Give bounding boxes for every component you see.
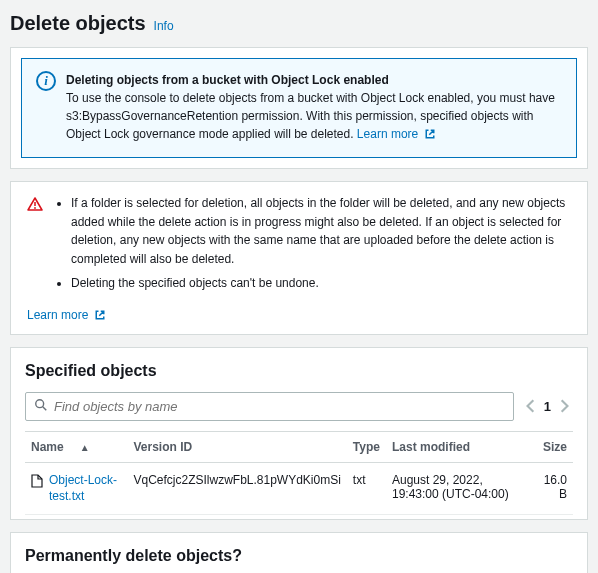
confirm-panel: Permanently delete objects? To confirm d… — [10, 532, 588, 573]
warning-icon — [27, 196, 43, 212]
search-input[interactable] — [48, 397, 505, 416]
info-box-body: To use the console to delete objects fro… — [66, 91, 555, 141]
objects-table: Name▲ Version ID Type Last modified Size… — [25, 431, 573, 515]
pagination: 1 — [522, 399, 573, 414]
sort-asc-icon: ▲ — [80, 442, 90, 453]
cell-version: VqCefcjc2ZSIlwzwFbL.81pWYdKi0mSi — [127, 462, 346, 514]
object-name-link[interactable]: Object-Lock-test.txt — [49, 473, 121, 504]
info-link[interactable]: Info — [154, 19, 174, 33]
col-name[interactable]: Name▲ — [25, 431, 127, 462]
cell-modified: August 29, 2022, 19:43:00 (UTC-04:00) — [386, 462, 531, 514]
search-input-container[interactable] — [25, 392, 514, 421]
search-icon — [34, 398, 48, 415]
col-modified[interactable]: Last modified — [386, 431, 531, 462]
object-lock-info-panel: i Deleting objects from a bucket with Ob… — [10, 47, 588, 169]
next-page-button[interactable] — [559, 399, 569, 413]
col-size[interactable]: Size — [531, 431, 573, 462]
page-title: Delete objects — [10, 12, 146, 35]
warning-item: If a folder is selected for deletion, al… — [71, 194, 571, 268]
svg-line-2 — [43, 407, 47, 411]
warning-panel: If a folder is selected for deletion, al… — [10, 181, 588, 335]
warning-item: Deleting the specified objects can't be … — [71, 274, 571, 293]
info-icon: i — [36, 71, 56, 91]
cell-type: txt — [347, 462, 386, 514]
external-link-icon — [424, 127, 436, 145]
svg-point-0 — [34, 207, 36, 209]
info-box-title: Deleting objects from a bucket with Obje… — [66, 73, 389, 87]
specified-objects-panel: Specified objects 1 Name▲ Version ID Typ… — [10, 347, 588, 520]
table-row: Object-Lock-test.txt VqCefcjc2ZSIlwzwFbL… — [25, 462, 573, 514]
learn-more-link[interactable]: Learn more — [357, 127, 436, 141]
svg-point-1 — [36, 400, 44, 408]
file-icon — [31, 474, 43, 491]
col-type[interactable]: Type — [347, 431, 386, 462]
external-link-icon — [94, 309, 106, 324]
col-version[interactable]: Version ID — [127, 431, 346, 462]
specified-objects-title: Specified objects — [25, 362, 573, 380]
confirm-title: Permanently delete objects? — [25, 547, 573, 565]
learn-more-link[interactable]: Learn more — [27, 308, 106, 322]
page-number: 1 — [544, 399, 551, 414]
cell-size: 16.0 B — [531, 462, 573, 514]
prev-page-button[interactable] — [526, 399, 536, 413]
